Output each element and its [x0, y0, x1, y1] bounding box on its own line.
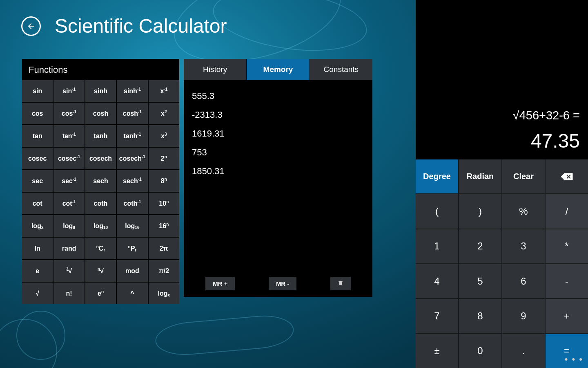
function-button[interactable]: rand [53, 238, 84, 259]
function-button[interactable]: cos-1 [53, 103, 84, 124]
function-button[interactable]: cosh-1 [117, 103, 147, 124]
function-button[interactable]: logx [149, 283, 179, 304]
function-button[interactable]: sin-1 [53, 80, 84, 102]
function-button[interactable]: sec [22, 170, 53, 192]
function-button[interactable]: tanh [85, 125, 116, 147]
digit-6-button[interactable]: 6 [502, 264, 545, 298]
digit-7-button[interactable]: 7 [416, 299, 458, 333]
expression-display: √456+32-6 = [513, 109, 580, 122]
function-button[interactable]: cot [22, 193, 53, 214]
function-button[interactable]: cos [22, 103, 53, 124]
add-button[interactable]: + [546, 299, 588, 333]
decoration [154, 313, 295, 357]
function-button[interactable]: sec-1 [53, 170, 84, 192]
function-button[interactable]: 3√ [53, 260, 84, 282]
digit-2-button[interactable]: 2 [459, 229, 501, 263]
function-button[interactable]: n√ [85, 260, 116, 282]
function-button[interactable]: nPr [117, 238, 147, 259]
functions-title: Functions [22, 59, 179, 80]
function-button[interactable]: cosech [85, 148, 116, 169]
function-button[interactable]: sinh-1 [117, 80, 147, 102]
decimal-button[interactable]: . [502, 334, 545, 368]
function-button[interactable]: e [22, 260, 53, 282]
close-paren-button[interactable]: ) [459, 194, 501, 228]
radian-button[interactable]: Radian [459, 159, 501, 193]
function-button[interactable]: cot-1 [53, 193, 84, 214]
memory-minus-button[interactable]: MR - [269, 277, 297, 290]
sign-button[interactable]: ± [416, 334, 458, 368]
digit-8-button[interactable]: 8 [459, 299, 501, 333]
memory-item[interactable]: -2313.3 [192, 105, 364, 124]
memory-list: 555.3-2313.31619.317531850.31 [184, 80, 372, 272]
decoration [209, 0, 371, 60]
function-button[interactable]: 10n [149, 193, 179, 214]
memory-delete-button[interactable] [330, 277, 351, 290]
keypad: DegreeRadianClear()%/123*456-789+±0.= [416, 159, 588, 368]
tab-constants[interactable]: Constants [310, 59, 372, 80]
function-button[interactable]: sech [85, 170, 116, 192]
function-button[interactable]: 16n [149, 215, 179, 237]
function-button[interactable]: cosh [85, 103, 116, 124]
divide-button[interactable]: / [546, 194, 588, 228]
middle-panel: HistoryMemoryConstants 555.3-2313.31619.… [184, 59, 372, 297]
tabs: HistoryMemoryConstants [184, 59, 372, 80]
header: Scientific Calculator [21, 15, 227, 37]
function-button[interactable]: coth [85, 193, 116, 214]
open-paren-button[interactable]: ( [416, 194, 458, 228]
arrow-left-icon [27, 22, 36, 31]
function-button[interactable]: nCr [85, 238, 116, 259]
digit-3-button[interactable]: 3 [502, 229, 545, 263]
digit-4-button[interactable]: 4 [416, 264, 458, 298]
multiply-button[interactable]: * [546, 229, 588, 263]
function-button[interactable]: 8n [149, 170, 179, 192]
degree-button[interactable]: Degree [416, 159, 458, 193]
memory-item[interactable]: 753 [192, 143, 364, 162]
digit-1-button[interactable]: 1 [416, 229, 458, 263]
function-button[interactable]: x3 [149, 125, 179, 147]
digit-0-button[interactable]: 0 [459, 334, 501, 368]
digit-5-button[interactable]: 5 [459, 264, 501, 298]
function-button[interactable]: tanh-1 [117, 125, 147, 147]
function-button[interactable]: n! [53, 283, 84, 304]
function-button[interactable]: tan-1 [53, 125, 84, 147]
memory-item[interactable]: 1619.31 [192, 124, 364, 143]
memory-plus-button[interactable]: MR + [205, 277, 235, 290]
clear-button[interactable]: Clear [502, 159, 545, 193]
function-button[interactable]: ^ [117, 283, 147, 304]
function-button[interactable]: en [85, 283, 116, 304]
backspace-button[interactable] [546, 159, 588, 193]
function-button[interactable]: √ [22, 283, 53, 304]
function-button[interactable]: x-1 [149, 80, 179, 102]
tab-history[interactable]: History [184, 59, 247, 80]
function-button[interactable]: x2 [149, 103, 179, 124]
memory-item[interactable]: 555.3 [192, 87, 364, 105]
function-button[interactable]: π/2 [149, 260, 179, 282]
memory-item[interactable]: 1850.31 [192, 162, 364, 181]
decoration [0, 319, 57, 368]
function-button[interactable]: log10 [85, 215, 116, 237]
function-button[interactable]: sin [22, 80, 53, 102]
function-button[interactable]: log16 [117, 215, 147, 237]
function-button[interactable]: cosec [22, 148, 53, 169]
function-button[interactable]: cosec-1 [53, 148, 84, 169]
function-button[interactable]: tan [22, 125, 53, 147]
more-button[interactable]: • • • [565, 354, 583, 365]
backspace-icon [560, 172, 573, 181]
subtract-button[interactable]: - [546, 264, 588, 298]
function-button[interactable]: 2n [149, 148, 179, 169]
function-button[interactable]: sinh [85, 80, 116, 102]
function-button[interactable]: 2π [149, 238, 179, 259]
function-button[interactable]: cosech-1 [117, 148, 147, 169]
function-button[interactable]: sech-1 [117, 170, 147, 192]
function-button[interactable]: log2 [22, 215, 53, 237]
function-button[interactable]: coth-1 [117, 193, 147, 214]
function-button[interactable]: mod [117, 260, 147, 282]
back-button[interactable] [21, 16, 41, 36]
display: √456+32-6 = 47.35 [416, 0, 588, 159]
calculator-panel: √456+32-6 = 47.35 DegreeRadianClear()%/1… [416, 0, 588, 368]
tab-memory[interactable]: Memory [247, 59, 310, 80]
function-button[interactable]: log8 [53, 215, 84, 237]
percent-button[interactable]: % [502, 194, 545, 228]
function-button[interactable]: ln [22, 238, 53, 259]
digit-9-button[interactable]: 9 [502, 299, 545, 333]
